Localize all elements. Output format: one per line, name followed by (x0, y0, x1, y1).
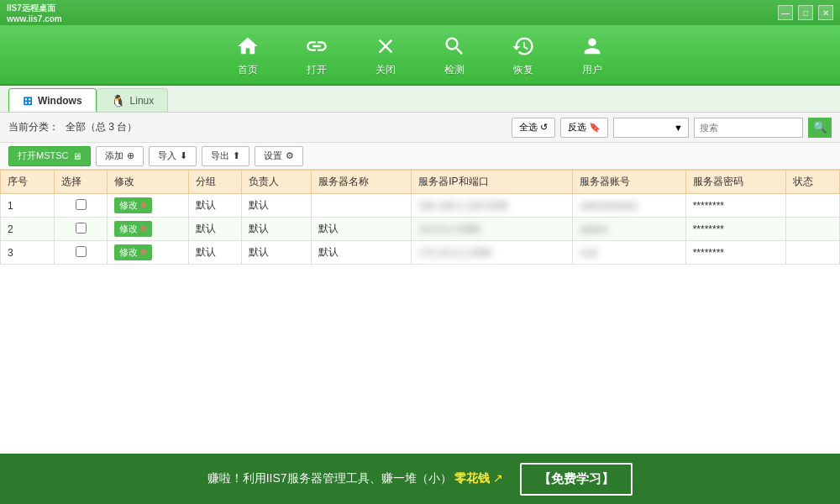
cell-account: administrator (573, 194, 685, 218)
add-label: 添加 (105, 150, 123, 162)
table-row: 1修改 ✕默认默认192.168.1.100:3389administrator… (1, 194, 840, 218)
edit-button[interactable]: 修改 ✕ (114, 197, 152, 213)
toolbar-restore[interactable]: 恢复 (501, 28, 545, 82)
cell-group: 默认 (188, 194, 242, 218)
col-password: 服务器密码 (685, 171, 786, 194)
cell-name: 默认 (311, 218, 412, 241)
title-bar-controls: — □ ✕ (778, 5, 833, 20)
select-all-label: 全选 (519, 121, 538, 134)
table-row: 3修改 ✕默认默认默认172.16.0.1:3389root******** (1, 241, 840, 265)
cell-name (311, 194, 412, 218)
cell-id: 1 (1, 194, 55, 218)
select-all-button[interactable]: 全选 ↺ (512, 118, 555, 138)
invert-label: 反选 (568, 121, 586, 134)
cell-password: ******** (685, 194, 786, 218)
close-button[interactable]: ✕ (818, 5, 833, 20)
cell-owner: 默认 (242, 218, 311, 241)
open-mstsc-label: 打开MSTSC (18, 150, 69, 162)
main-content: ⊞ Windows 🐧 Linux 当前分类： 全部（总 3 台） 全选 ↺ 反… (0, 86, 840, 454)
col-select: 选择 (54, 171, 108, 194)
cell-edit[interactable]: 修改 ✕ (108, 218, 188, 241)
cell-owner: 默认 (242, 194, 311, 218)
import-label: 导入 (158, 150, 176, 162)
toolbar-close[interactable]: 关闭 (364, 28, 407, 82)
app-subtitle: www.iis7.com (7, 14, 62, 24)
add-button[interactable]: 添加 ⊕ (96, 146, 144, 166)
cell-edit[interactable]: 修改 ✕ (108, 194, 188, 218)
toolbar: 首页 打开 关闭 检测 恢复 用户 (0, 25, 840, 86)
cell-checkbox[interactable] (54, 218, 108, 241)
cell-edit[interactable]: 修改 ✕ (108, 241, 188, 265)
close-icon (372, 33, 399, 60)
cell-password: ******** (685, 218, 786, 241)
export-icon: ⬆ (233, 150, 240, 161)
windows-label: Windows (38, 95, 82, 107)
col-name: 服务器名称 (311, 171, 412, 194)
delete-icon[interactable]: ✕ (139, 247, 147, 258)
toolbar-user[interactable]: 用户 (570, 28, 614, 82)
category-dropdown[interactable]: ▼ (613, 118, 689, 138)
table-container: 序号 选择 修改 分组 负责人 服务器名称 服务器IP和端口 服务器账号 服务器… (0, 170, 840, 454)
banner-prefix: 赚啦！利用IIS7服务器管理工具、赚一堆（小） (207, 471, 452, 485)
search-input[interactable] (694, 118, 803, 138)
filter-bar: 当前分类： 全部（总 3 台） 全选 ↺ 反选 🔖 ▼ 🔍 (0, 113, 840, 143)
export-button[interactable]: 导出 ⬆ (202, 146, 249, 166)
cell-ip: 10.0.0.1:3389 (412, 218, 573, 241)
linux-label: Linux (130, 95, 155, 107)
windows-icon: ⊞ (23, 94, 33, 108)
cell-ip: 192.168.1.100:3389 (412, 194, 573, 218)
settings-button[interactable]: 设置 ⚙ (255, 146, 303, 166)
delete-icon[interactable]: ✕ (139, 200, 147, 211)
restore-label: 恢复 (513, 63, 533, 77)
col-id: 序号 (1, 171, 55, 194)
cell-id: 2 (1, 218, 55, 241)
category-value: 全部（总 3 台） (66, 120, 137, 134)
cell-checkbox[interactable] (54, 241, 108, 265)
search-button[interactable]: 🔍 (808, 118, 832, 138)
import-button[interactable]: 导入 ⬇ (149, 146, 197, 166)
col-group: 分组 (188, 171, 242, 194)
invert-selection-button[interactable]: 反选 🔖 (560, 118, 608, 138)
toolbar-home[interactable]: 首页 (226, 28, 270, 82)
col-ip: 服务器IP和端口 (412, 171, 573, 194)
minimize-button[interactable]: — (778, 5, 793, 20)
category-label: 当前分类： (8, 120, 59, 134)
action-bar: 打开MSTSC 🖥 添加 ⊕ 导入 ⬇ 导出 ⬆ 设置 ⚙ (0, 143, 840, 170)
cell-group: 默认 (188, 218, 242, 241)
import-icon: ⬇ (180, 150, 187, 161)
toolbar-detect[interactable]: 检测 (433, 28, 476, 82)
col-edit: 修改 (108, 171, 188, 194)
edit-button[interactable]: 修改 ✕ (114, 221, 152, 237)
cell-group: 默认 (188, 241, 242, 265)
col-account: 服务器账号 (573, 171, 685, 194)
home-label: 首页 (238, 63, 258, 77)
cell-id: 3 (1, 241, 55, 265)
maximize-button[interactable]: □ (798, 5, 813, 20)
refresh-icon: ↺ (540, 122, 548, 133)
settings-label: 设置 (264, 150, 282, 162)
export-label: 导出 (211, 150, 229, 162)
bottom-banner: 赚啦！利用IIS7服务器管理工具、赚一堆（小） 零花钱 ↗ 【免费学习】 (0, 454, 840, 504)
banner-arrow: ↗ (493, 471, 503, 485)
banner-text: 赚啦！利用IIS7服务器管理工具、赚一堆（小） 零花钱 ↗ (207, 471, 504, 486)
edit-button[interactable]: 修改 ✕ (114, 244, 152, 260)
open-mstsc-button[interactable]: 打开MSTSC 🖥 (8, 146, 91, 166)
cell-ip: 172.16.0.1:3389 (412, 241, 573, 265)
search-icon: 🔍 (813, 121, 827, 134)
cell-owner: 默认 (242, 241, 311, 265)
chevron-down-icon: ▼ (674, 123, 683, 133)
toolbar-open[interactable]: 打开 (295, 28, 339, 82)
cell-checkbox[interactable] (54, 194, 108, 218)
free-learning-button[interactable]: 【免费学习】 (520, 463, 633, 496)
title-bar: IIS7远程桌面 www.iis7.com — □ ✕ (0, 0, 840, 25)
add-icon: ⊕ (127, 150, 134, 161)
tab-windows[interactable]: ⊞ Windows (8, 88, 97, 112)
cell-password: ******** (685, 241, 786, 265)
delete-icon[interactable]: ✕ (139, 223, 147, 234)
cell-account: root (573, 241, 685, 265)
home-icon (234, 33, 261, 60)
title-bar-left: IIS7远程桌面 www.iis7.com (7, 3, 62, 24)
linux-icon: 🐧 (111, 94, 125, 108)
close-label: 关闭 (375, 63, 396, 77)
tab-linux[interactable]: 🐧 Linux (97, 88, 169, 112)
